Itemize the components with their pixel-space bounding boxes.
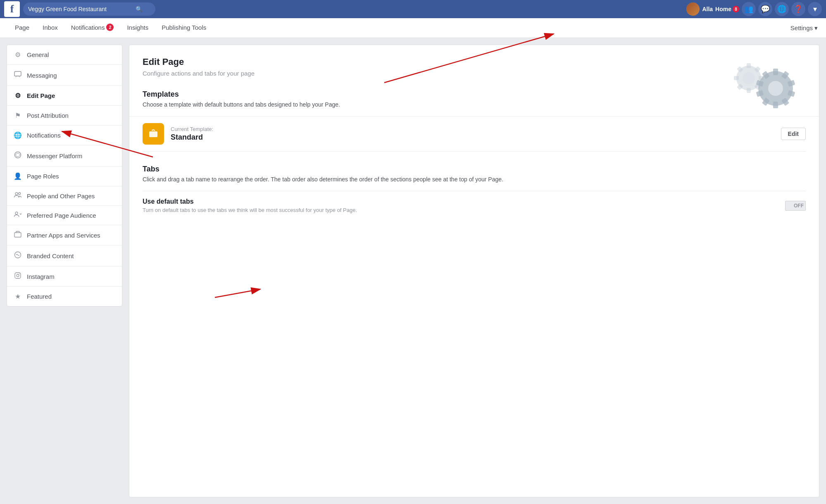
edit-page-header: Edit Page Configure actions and tabs for… bbox=[143, 57, 806, 77]
home-badge: 8 bbox=[733, 6, 739, 12]
sidebar-item-featured[interactable]: ★ Featured bbox=[7, 287, 122, 306]
sidebar-item-label: Notifications bbox=[27, 132, 61, 139]
default-tabs-info: Use default tabs Turn on default tabs to… bbox=[143, 198, 778, 213]
flag-icon: ⚑ bbox=[14, 112, 22, 119]
settings-label: Settings bbox=[790, 24, 813, 31]
sidebar-item-label: Branded Content bbox=[27, 252, 74, 259]
page-navbar: Page Inbox Notifications 2 Insights Publ… bbox=[0, 18, 826, 38]
sidebar-item-label: Edit Page bbox=[27, 92, 55, 99]
tab-insights-label: Insights bbox=[127, 24, 148, 31]
svg-point-9 bbox=[19, 273, 20, 274]
templates-title: Templates bbox=[143, 90, 806, 99]
gear-decoration bbox=[720, 53, 802, 119]
svg-rect-0 bbox=[14, 71, 21, 76]
use-default-tabs-toggle[interactable]: OFF bbox=[785, 201, 806, 211]
people-icon bbox=[14, 192, 22, 200]
tab-publishing-tools[interactable]: Publishing Tools bbox=[155, 18, 213, 38]
toggle-track[interactable]: OFF bbox=[785, 201, 806, 211]
fb-letter: f bbox=[10, 3, 14, 15]
settings-dropdown-icon: ▾ bbox=[814, 24, 818, 32]
sidebar-item-notifications[interactable]: 🌐 Notifications bbox=[7, 126, 122, 145]
content-area: Edit Page Configure actions and tabs for… bbox=[129, 45, 819, 497]
svg-rect-27 bbox=[773, 102, 778, 108]
messaging-icon bbox=[14, 71, 22, 80]
svg-rect-7 bbox=[15, 273, 21, 278]
svg-point-2 bbox=[15, 193, 18, 195]
page-title: Edit Page bbox=[143, 57, 806, 67]
sidebar-item-label: People and Other Pages bbox=[27, 193, 95, 200]
sidebar-item-edit-page[interactable]: ⚙ Edit Page bbox=[7, 86, 122, 106]
tabs-section: Tabs Click and drag a tab name to rearra… bbox=[143, 165, 806, 220]
sidebar: ⚙ General Messaging ⚙ Edit Page ⚑ Post A… bbox=[7, 45, 122, 307]
sidebar-item-label: Preferred Page Audience bbox=[27, 212, 96, 219]
sidebar-item-label: Instagram bbox=[27, 273, 55, 280]
tab-notifications[interactable]: Notifications 2 bbox=[64, 18, 121, 38]
tabs-desc: Click and drag a tab name to rearrange t… bbox=[143, 176, 806, 183]
instagram-icon bbox=[14, 272, 22, 281]
templates-desc: Choose a template with default buttons a… bbox=[143, 101, 806, 108]
sidebar-item-instagram[interactable]: Instagram bbox=[7, 266, 122, 287]
sidebar-item-partner-apps[interactable]: Partner Apps and Services bbox=[7, 225, 122, 245]
svg-point-8 bbox=[17, 274, 19, 277]
tab-notifications-label: Notifications bbox=[71, 24, 105, 31]
messenger-platform-icon bbox=[14, 151, 22, 160]
sidebar-item-label: Partner Apps and Services bbox=[27, 232, 100, 239]
avatar[interactable] bbox=[686, 2, 700, 16]
friends-icon[interactable]: 👥 bbox=[742, 2, 756, 16]
svg-rect-32 bbox=[149, 131, 157, 137]
toggle-off-label: OFF bbox=[794, 203, 804, 209]
nav-right: Alla Home 8 👥 💬 🌐 ❓ ▾ bbox=[686, 2, 822, 16]
sidebar-item-general[interactable]: ⚙ General bbox=[7, 45, 122, 65]
help-icon[interactable]: ❓ bbox=[791, 2, 805, 16]
tab-inbox[interactable]: Inbox bbox=[36, 18, 64, 38]
sidebar-item-label: Post Attribution bbox=[27, 112, 69, 119]
sidebar-item-post-attribution[interactable]: ⚑ Post Attribution bbox=[7, 106, 122, 126]
facebook-logo: f bbox=[4, 1, 20, 17]
search-bar[interactable]: 🔍 bbox=[23, 2, 155, 16]
sidebar-item-preferred-page-audience[interactable]: Preferred Page Audience bbox=[7, 206, 122, 225]
sidebar-item-messenger-platform[interactable]: Messenger Platform bbox=[7, 145, 122, 166]
globe-icon[interactable]: 🌐 bbox=[775, 2, 789, 16]
svg-rect-22 bbox=[773, 69, 778, 75]
default-tabs-desc: Turn on default tabs to use the tabs we … bbox=[143, 207, 778, 213]
svg-point-11 bbox=[743, 72, 755, 84]
gear-icon: ⚙ bbox=[14, 51, 22, 59]
star-icon: ★ bbox=[14, 292, 22, 300]
template-row: Current Template: Standard Edit bbox=[143, 116, 806, 152]
edit-template-button[interactable]: Edit bbox=[781, 128, 806, 140]
home-label: Home bbox=[715, 6, 731, 12]
svg-rect-18 bbox=[734, 76, 739, 80]
svg-rect-16 bbox=[747, 88, 751, 93]
branded-content-icon bbox=[14, 251, 22, 260]
sidebar-item-messaging[interactable]: Messaging bbox=[7, 65, 122, 86]
page-subtitle: Configure actions and tabs for your page bbox=[143, 70, 806, 77]
sidebar-item-label: Featured bbox=[27, 293, 52, 300]
search-icon: 🔍 bbox=[136, 6, 143, 12]
settings-menu[interactable]: Settings ▾ bbox=[790, 24, 818, 32]
search-input[interactable] bbox=[28, 6, 136, 12]
messenger-icon[interactable]: 💬 bbox=[758, 2, 772, 16]
notifications-globe-icon: 🌐 bbox=[14, 131, 22, 139]
gears-svg bbox=[720, 53, 802, 119]
tab-publishing-tools-label: Publishing Tools bbox=[162, 24, 206, 31]
person-icon: 👤 bbox=[14, 172, 22, 180]
svg-point-21 bbox=[768, 81, 783, 96]
svg-point-4 bbox=[15, 212, 18, 214]
sidebar-item-branded-content[interactable]: Branded Content bbox=[7, 245, 122, 266]
avatar-image bbox=[686, 2, 700, 16]
sidebar-item-page-roles[interactable]: 👤 Page Roles bbox=[7, 166, 122, 186]
tab-page[interactable]: Page bbox=[8, 18, 36, 38]
top-navbar: f 🔍 Alla Home 8 👥 💬 🌐 ❓ ▾ bbox=[0, 0, 826, 18]
edit-page-gear-icon: ⚙ bbox=[14, 92, 22, 100]
main-layout: ⚙ General Messaging ⚙ Edit Page ⚑ Post A… bbox=[0, 38, 826, 504]
dropdown-icon[interactable]: ▾ bbox=[808, 2, 822, 16]
sidebar-item-people-other-pages[interactable]: People and Other Pages bbox=[7, 186, 122, 206]
tab-page-label: Page bbox=[15, 24, 29, 31]
nav-username[interactable]: Alla bbox=[702, 6, 713, 12]
svg-rect-5 bbox=[14, 233, 21, 237]
template-name: Standard bbox=[171, 133, 774, 142]
nav-home-link[interactable]: Home 8 bbox=[715, 6, 739, 12]
partner-apps-icon bbox=[14, 231, 22, 239]
svg-point-3 bbox=[19, 193, 21, 195]
tab-insights[interactable]: Insights bbox=[120, 18, 155, 38]
